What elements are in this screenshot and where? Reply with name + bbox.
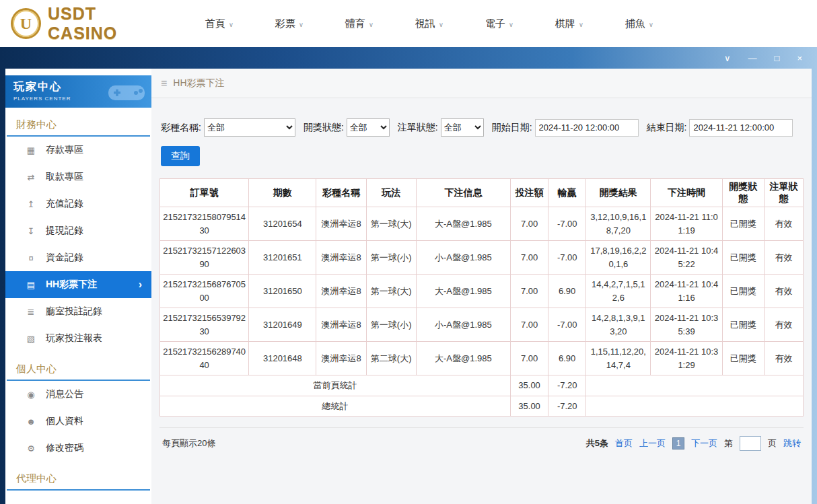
draw-status-select[interactable]: 全部 — [347, 118, 390, 137]
table-cell: 大-A盤@1.985 — [416, 342, 510, 375]
breadcrumb-bar: ≡ HH彩票下注 — [151, 69, 812, 98]
change-password-icon: ⚙ — [26, 443, 36, 454]
pagination-jump-input[interactable] — [740, 436, 761, 451]
window-collapse-icon[interactable]: ∨ — [724, 54, 731, 63]
table-cell: 6.90 — [548, 342, 586, 375]
pagination-next[interactable]: 下一页 — [691, 437, 717, 449]
table-cell: -7.00 — [548, 241, 586, 275]
column-header: 開獎狀態 — [722, 179, 764, 207]
window-close-icon[interactable]: × — [797, 54, 802, 63]
table-cell: 7.00 — [511, 342, 548, 375]
nav-item-label: 體育 — [345, 17, 365, 29]
table-row: 215217321568767050031201650澳洲幸运8第一球(大)大-… — [160, 275, 804, 308]
chevron-down-icon: ∨ — [509, 21, 513, 28]
column-header: 投注額 — [511, 179, 548, 207]
pagination-jump-button[interactable]: 跳转 — [783, 437, 801, 449]
sidebar-item-room-bet-record[interactable]: ≣廳室投註記錄 — [5, 298, 151, 325]
nav-item-label: 棋牌 — [555, 17, 575, 29]
total-summary-winloss: -7.20 — [548, 396, 586, 417]
page-summary-row: 當前頁統計 35.00 -7.20 — [160, 375, 804, 396]
table-cell: 6.90 — [548, 275, 586, 308]
nav-item-fishing[interactable]: 捕魚∨ — [604, 17, 674, 30]
nav-item-label: 視訊 — [415, 17, 435, 29]
sidebar-item-deposit-zone[interactable]: ▦存款專區 — [5, 137, 151, 164]
table-cell: 7.00 — [511, 207, 548, 241]
table-cell: 31201650 — [249, 275, 316, 308]
nav-item-sports[interactable]: 體育∨ — [324, 17, 394, 30]
window-maximize-icon[interactable]: □ — [775, 54, 780, 63]
page-summary-empty — [586, 375, 804, 396]
table-cell: 2152173215712260390 — [160, 241, 249, 275]
chevron-down-icon: ∨ — [649, 21, 653, 28]
sidebar-item-profile[interactable]: ☻個人資料 — [5, 408, 151, 435]
sidebar-item-label: 資金記錄 — [46, 252, 83, 264]
pagination-current-page[interactable]: 1 — [672, 437, 684, 449]
nav-item-electronic[interactable]: 電子∨ — [464, 17, 534, 30]
pagination: 共5条 首页 上一页 1 下一页 第 页 跳转 — [586, 436, 801, 451]
gamepad-icon — [106, 79, 147, 106]
table-cell: 已開獎 — [722, 342, 764, 375]
start-date-input[interactable] — [535, 119, 639, 137]
table-cell: 澳洲幸运8 — [316, 275, 366, 308]
recharge-record-icon: ↥ — [26, 199, 36, 209]
sidebar-item-recharge-record[interactable]: ↥充值記錄 — [5, 190, 151, 217]
window-minimize-icon[interactable]: — — [748, 54, 757, 63]
nav-item-lottery[interactable]: 彩票∨ — [254, 17, 324, 30]
player-bet-report-icon: ▧ — [26, 334, 36, 344]
table-cell: 31201654 — [249, 207, 316, 241]
table-cell: 澳洲幸运8 — [316, 342, 366, 375]
pagination-prev[interactable]: 上一页 — [639, 437, 666, 449]
lottery-select[interactable]: 全部 — [204, 118, 295, 137]
app-window: ∨—□× 玩家中心 PLAYERS CENTER 財務中心▦存款專區⇄取款專區↥… — [0, 47, 817, 504]
column-header: 注單狀態 — [764, 179, 803, 207]
sidebar-item-change-password[interactable]: ⚙修改密碼 — [5, 435, 151, 462]
order-status-select[interactable]: 全部 — [441, 118, 484, 137]
chevron-down-icon: ∨ — [369, 21, 374, 28]
column-header: 訂單號 — [160, 179, 249, 207]
end-date-input[interactable] — [689, 119, 793, 137]
sidebar-header: 玩家中心 PLAYERS CENTER — [5, 75, 151, 108]
nav-item-video[interactable]: 視訊∨ — [394, 17, 464, 30]
sidebar-item-player-bet-report[interactable]: ▧玩家投注報表 — [5, 325, 151, 352]
total-summary-empty — [586, 396, 804, 417]
brand-name: USDT CASINO — [48, 4, 168, 43]
sidebar-item-funds-record[interactable]: ¤資金記錄 — [5, 244, 151, 271]
sidebar-item-label: 修改密碼 — [46, 442, 83, 454]
pagination-first[interactable]: 首页 — [615, 437, 633, 449]
table-cell: 2024-11-21 11:01:19 — [651, 207, 722, 241]
sidebar-item-label: 廳室投註記錄 — [46, 305, 102, 318]
menu-icon[interactable]: ≡ — [161, 77, 167, 89]
table-footer: 每頁顯示20條 共5条 首页 上一页 1 下一页 第 页 跳转 — [159, 427, 804, 451]
top-nav: 首頁∨彩票∨體育∨視訊∨電子∨棋牌∨捕魚∨ — [168, 17, 817, 30]
table-cell: 已開獎 — [722, 275, 764, 308]
nav-item-home[interactable]: 首頁∨ — [184, 17, 254, 30]
table-cell: 第二球(大) — [366, 342, 416, 375]
brand-logo-letter: U — [20, 15, 32, 33]
withdraw-zone-icon: ⇄ — [26, 172, 36, 182]
column-header: 玩法 — [366, 179, 416, 207]
table-cell: 澳洲幸运8 — [316, 241, 366, 275]
sidebar-item-label: 玩家投注報表 — [46, 332, 102, 345]
table-cell: 2152173215807951430 — [160, 207, 249, 241]
main-area: ≡ HH彩票下注 彩種名稱: 全部 開獎狀態: 全部 注單狀態: — [151, 69, 812, 504]
sidebar-item-notice[interactable]: ◉消息公告 — [5, 381, 151, 408]
pagination-jump-prefix: 第 — [724, 437, 733, 449]
query-button[interactable]: 查詢 — [161, 146, 200, 166]
chevron-down-icon: ∨ — [439, 21, 443, 28]
page: U USDT CASINO 首頁∨彩票∨體育∨視訊∨電子∨棋牌∨捕魚∨ ∨—□×… — [0, 0, 817, 504]
table-row: 215217321571226039031201651澳洲幸运8第一球(小)小-… — [160, 241, 804, 275]
sidebar-section-agent-center: 代理中心 — [7, 462, 150, 491]
column-header: 開獎結果 — [586, 179, 651, 207]
nav-item-label: 首頁 — [205, 17, 225, 29]
table-cell: 2152173215653979230 — [160, 308, 249, 342]
nav-item-chess[interactable]: 棋牌∨ — [534, 17, 604, 30]
draw-status-select-label: 開獎狀態: — [304, 122, 344, 134]
table-cell: 小-A盤@1.985 — [416, 241, 510, 275]
table-cell: 已開獎 — [722, 241, 764, 275]
sidebar-item-withdraw-record[interactable]: ↧提現記錄 — [5, 217, 151, 244]
room-bet-record-icon: ≣ — [26, 307, 36, 317]
table-cell: 2024-11-21 10:35:39 — [651, 308, 722, 342]
sidebar-item-hh-lottery-bets[interactable]: ▤HH彩票下注› — [5, 271, 151, 298]
window-titlebar: ∨—□× — [5, 47, 812, 69]
sidebar-item-withdraw-zone[interactable]: ⇄取款專區 — [5, 164, 151, 190]
